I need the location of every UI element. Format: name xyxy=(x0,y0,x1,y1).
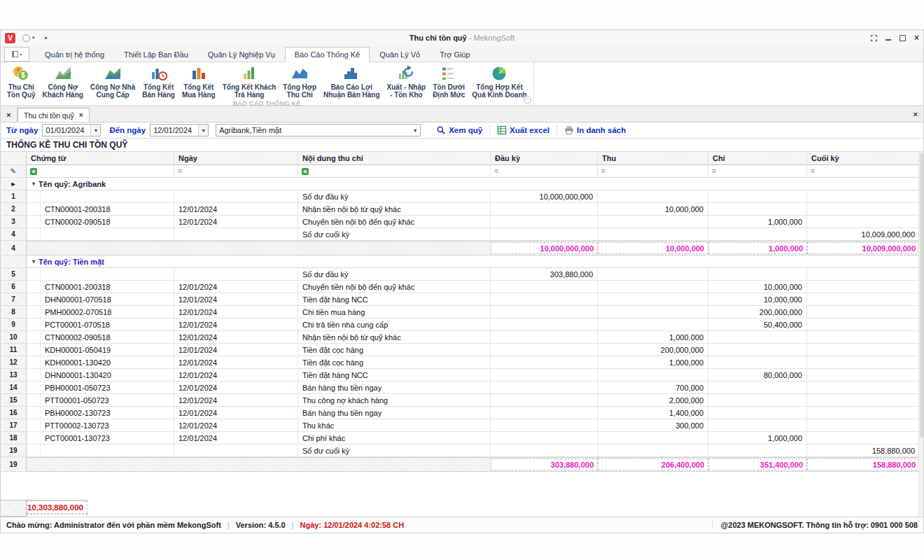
table-row[interactable]: 3CTN00002-09051812/01/2024Chuyển tiền nộ… xyxy=(1,216,923,228)
cell: 1,000,000 xyxy=(598,356,708,369)
table-row[interactable]: 6CTN00001-20031812/01/2024Chuyển tiền nộ… xyxy=(1,281,923,293)
chevron-down-icon[interactable]: ▼ xyxy=(410,125,420,136)
table-row[interactable]: 11KDH00001-05041912/01/2024Tiền đặt cọc … xyxy=(1,344,923,356)
ribbon-item[interactable]: Công Nợ Nhà Cung Cấp xyxy=(87,64,139,99)
ribbon-item[interactable]: Tổng Kết Khách Trả Hàng xyxy=(219,64,280,99)
filter-cell-1[interactable]: a xyxy=(27,165,174,178)
ribbon-item[interactable]: Tổng Kết Bán Hàng xyxy=(139,64,178,99)
cell: 12/01/2024 xyxy=(174,293,298,306)
ribbon-item[interactable]: $$Thu Chi Tồn Quỹ xyxy=(4,64,39,99)
bars-refresh-icon xyxy=(397,64,415,83)
table-row[interactable]: 10CTN00002-09051812/01/2024Nhận tiền nội… xyxy=(1,331,923,344)
close-panel-button[interactable]: × xyxy=(913,110,918,118)
ribbon-item[interactable]: Báo Cáo Lợi Nhuận Bán Hàng xyxy=(320,64,384,99)
filter-cell-7[interactable]: = xyxy=(807,165,920,178)
collapse-group-icon[interactable]: ▾ xyxy=(32,258,35,265)
table-row[interactable]: 19Số dư cuối kỳ158,880,000 xyxy=(1,444,923,457)
fund-select[interactable]: Agribank,Tiền mặt ▼ xyxy=(216,124,421,136)
ribbon-item[interactable]: Tồn Dưới Định Mức xyxy=(429,64,468,99)
group-indent xyxy=(27,306,41,318)
table-row[interactable]: 17PTT00002-13072312/01/2024Thu khác300,0… xyxy=(1,419,923,432)
ribbon-tab-3[interactable]: Quản Lý Nghiệp Vụ xyxy=(198,47,285,62)
filter-cell-2[interactable]: = xyxy=(174,165,298,178)
table-row[interactable]: 7DHN00001-07051812/01/2024Tiền đặt hàng … xyxy=(1,293,923,306)
row-number: 10 xyxy=(1,331,27,344)
cell xyxy=(174,190,298,203)
ribbon-item[interactable]: Tổng Hợp Thu Chi xyxy=(279,64,320,99)
filter-cell-6[interactable]: = xyxy=(708,165,807,178)
ribbon-tab-4[interactable]: Báo Cáo Thống Kê xyxy=(285,47,370,62)
column-header-5[interactable]: Thu xyxy=(598,152,708,165)
table-row[interactable]: 1Số dư đầu kỳ10,000,000,000 xyxy=(1,190,923,203)
column-header-1[interactable]: Chứng từ xyxy=(27,152,174,165)
group-row[interactable]: ▾Tên quỹ: Tiền mặt xyxy=(1,255,923,268)
column-header-4[interactable]: Đầu kỳ xyxy=(491,152,598,165)
table-row[interactable]: 8PMH00002-07051812/01/2024Chi tiền mua h… xyxy=(1,306,923,318)
table-row[interactable]: 12KDH00001-13042012/01/2024Tiền đặt cọc … xyxy=(1,356,923,369)
cell: CTN00002-090518 xyxy=(41,216,174,228)
collapse-group-icon[interactable]: ▾ xyxy=(32,181,35,187)
fit-screen-button[interactable] xyxy=(871,33,877,43)
table-row[interactable]: 9PCT00001-07051812/01/2024Chi trả tiền n… xyxy=(1,318,923,331)
ribbon-tab-5[interactable]: Quản Lý Vỏ xyxy=(370,47,430,62)
column-header-6[interactable]: Chi xyxy=(708,152,807,165)
cell xyxy=(598,306,708,318)
ribbon-item[interactable]: Xuất - Nhập - Tồn Kho xyxy=(384,64,430,99)
ribbon-tab-6[interactable]: Trợ Giúp xyxy=(430,47,479,62)
tab-thu-chi-ton-quy[interactable]: Thu chi tồn quỹ × xyxy=(18,108,90,122)
status-date: Ngày: 12/01/2024 4:02:58 CH xyxy=(300,521,405,529)
restore-button[interactable] xyxy=(899,33,906,43)
table-row[interactable]: 4Số dư cuối kỳ10,009,000,000 xyxy=(1,228,923,241)
group-row[interactable]: ▸▾Tên quỹ: Agribank xyxy=(1,178,923,190)
cell xyxy=(708,407,807,419)
cell xyxy=(491,407,598,419)
table-row[interactable]: 15PTT00001-05072312/01/2024Thu công nợ k… xyxy=(1,394,923,407)
cell xyxy=(491,293,598,306)
table-row[interactable]: 2CTN00001-20031812/01/2024Nhận tiền nội … xyxy=(1,203,923,216)
chevron-down-icon[interactable]: ▼ xyxy=(198,125,208,136)
ribbon: $$Thu Chi Tồn QuỹCông Nợ Khách HàngCông … xyxy=(1,62,923,106)
scrollbar-thumb[interactable] xyxy=(920,153,923,438)
print-list-button[interactable]: In danh sách xyxy=(557,125,633,135)
filter-cell-3[interactable]: a xyxy=(298,165,491,178)
to-date-input[interactable]: 12/01/2024 ▼ xyxy=(150,124,209,136)
table-row[interactable]: 18PCT00001-13072312/01/2024Chi phí khác1… xyxy=(1,432,923,444)
from-date-input[interactable]: 01/01/2024 ▼ xyxy=(42,124,101,136)
ribbon-collapse-icon[interactable]: ◠ xyxy=(524,96,531,104)
export-excel-button[interactable]: Xuất excel xyxy=(490,125,556,135)
filter-cell-4[interactable]: = xyxy=(491,165,598,178)
column-header-2[interactable]: Ngày xyxy=(174,152,298,165)
cell xyxy=(598,293,708,306)
cell xyxy=(491,444,598,457)
ribbon-app-menu-button[interactable]: ▾ xyxy=(4,47,29,62)
cell xyxy=(807,281,920,293)
column-header-7[interactable]: Cuối kỳ xyxy=(807,152,920,165)
close-button[interactable]: × xyxy=(914,33,919,43)
table-row[interactable]: 16PBH00002-13072312/01/2024Bán hàng thu … xyxy=(1,407,923,419)
cell xyxy=(708,331,807,344)
ribbon-item[interactable]: Công Nợ Khách Hàng xyxy=(39,64,87,99)
ribbon-item[interactable]: Tổng Hợp Kết Quả Kinh Doanh xyxy=(468,64,530,99)
close-all-tabs-button[interactable]: × xyxy=(1,108,18,122)
summary-value: 303,880,000 xyxy=(491,458,598,470)
window-controls: × xyxy=(871,33,919,43)
view-fund-button[interactable]: Xem quỹ xyxy=(429,125,489,135)
cell: 12/01/2024 xyxy=(174,281,298,293)
doc-tab-label: Thu chi tồn quỹ xyxy=(24,111,74,120)
table-row[interactable]: 13DHN00001-13042012/01/2024Tiền đặt hàng… xyxy=(1,369,923,382)
row-number: 2 xyxy=(1,203,27,216)
ribbon-item[interactable]: Tổng Kết Mua Hàng xyxy=(178,64,219,99)
ribbon-tab-2[interactable]: Thiết Lập Ban Đầu xyxy=(114,47,198,62)
filter-cell-5[interactable]: = xyxy=(598,165,708,178)
cell: 200,000,000 xyxy=(598,344,708,356)
table-row[interactable]: 5Số dư đầu kỳ303,880,000 xyxy=(1,268,923,281)
vertical-scrollbar[interactable] xyxy=(918,152,923,517)
ribbon-tab-1[interactable]: Quản trị hệ thống xyxy=(35,47,114,62)
table-row[interactable]: 14PBH00001-05072312/01/2024Bán hàng thu … xyxy=(1,382,923,394)
cell xyxy=(491,419,598,432)
chevron-down-icon[interactable]: ▼ xyxy=(90,125,100,136)
minimize-button[interactable] xyxy=(886,33,891,43)
close-tab-icon[interactable]: × xyxy=(79,111,83,119)
column-header-3[interactable]: Nội dung thu chi xyxy=(298,152,491,165)
cell xyxy=(807,344,920,356)
